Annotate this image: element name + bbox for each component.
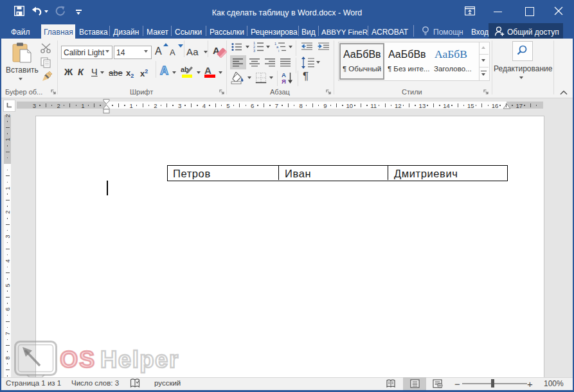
- svg-text:OS: OS: [60, 346, 96, 373]
- svg-text:3: 3: [253, 49, 255, 52]
- svg-text:i: i: [278, 49, 279, 52]
- svg-text:Я: Я: [282, 78, 286, 84]
- svg-text:Helper: Helper: [100, 346, 179, 373]
